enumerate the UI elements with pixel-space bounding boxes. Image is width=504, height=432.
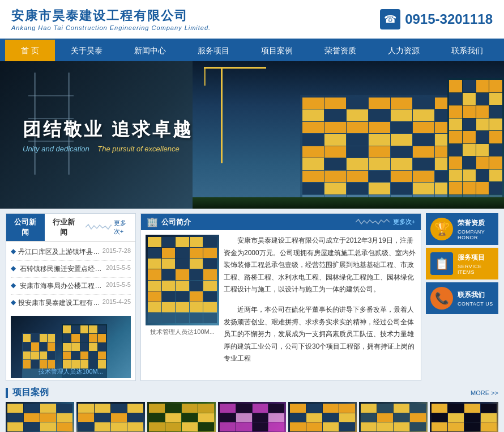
company-header-title: 公司简介 <box>161 217 191 227</box>
projects-section: 项目案例 MORE >> 工程效果图 <box>6 387 498 432</box>
news-title-2: 石转镇移民搬迁安置点经贸市场项目完工 <box>20 264 104 274</box>
hero-title-sub: Unity and dedication The pursuit of exce… <box>23 145 193 153</box>
nav-link-honor[interactable]: 荣誉资质 <box>309 40 372 61</box>
right-sidebar: 🏆 荣誉资质 COMPANY HONOR 📋 服务项目 SERVICE ITEM… <box>426 213 498 381</box>
sidebar-service-card[interactable]: 📋 服务项目 SERVICE ITEMS <box>426 248 498 279</box>
news-dot-3: ◆ <box>11 281 16 291</box>
service-text: 服务项目 SERVICE ITEMS <box>458 253 494 275</box>
news-title-1: 丹江口库区及上游镇坪县石紫河项目申州塔小 <box>18 247 102 257</box>
hero-text-area: 团结敬业 追求卓越 Unity and dedication The pursu… <box>0 106 216 164</box>
company-desc-1: 安康市昊泰建设工程有限公司成立于2012年3月19日，注册资金为2000万元。公… <box>224 235 416 296</box>
company-content: 技术管理人员达100M... 安康市昊泰建设工程有限公司成立于2012年3月19… <box>141 230 421 370</box>
nav-link-contact[interactable]: 联系我们 <box>435 40 499 61</box>
news-item-4: ◆ 投安康市昊泰建设工程有限公司官网上线 2015-4-25 <box>11 295 131 311</box>
nav-link-news[interactable]: 新闻中心 <box>118 40 182 61</box>
tab-industry-news[interactable]: 行业新闻 <box>45 214 83 241</box>
company-desc-2: 近两年，本公司在硫化平董事长的讲导下多番改革，景着人发扬顽苦创业、艰难拼搏、求求… <box>224 304 416 365</box>
nav-item-about[interactable]: 关于昊泰 <box>55 40 118 61</box>
news-building-thumb: 技术管理人员达100M... <box>11 316 131 378</box>
news-item-2: ◆ 石转镇移民搬迁安置点经贸市场项目完工 2015-5-5 <box>11 261 131 278</box>
project-thumb-7 <box>430 402 498 432</box>
nav-list: 首 页 关于昊泰 新闻中心 服务项目 项目案例 荣誉资质 人力资源 联系我们 <box>5 40 499 61</box>
tab-company-news[interactable]: 公司新闻 <box>6 214 45 241</box>
company-text-area: 安康市昊泰建设工程有限公司成立于2012年3月19日，注册资金为2000万元。公… <box>224 235 416 365</box>
nav-link-home[interactable]: 首 页 <box>5 40 55 61</box>
content-row: 公司新闻 行业新闻 更多次+ ◆ 丹江口库区及上游镇坪县石紫河项目申州塔小 20… <box>6 213 498 381</box>
nav-link-service[interactable]: 服务项目 <box>182 40 245 61</box>
project-thumb-6 <box>359 402 428 432</box>
logo-cn: 安康市昊泰建设工程有限公司 <box>11 7 211 24</box>
contact-icon: 📞 <box>430 287 453 310</box>
sidebar-honor-card[interactable]: 🏆 荣誉资质 COMPANY HONOR <box>426 213 498 245</box>
news-list: ◆ 丹江口库区及上游镇坪县石紫河项目申州塔小 2015-7-28 ◆ 石转镇移民… <box>6 242 135 314</box>
phone-icon: ☎ <box>380 9 400 29</box>
company-column: 🏢 公司简介 更多次+ <box>140 213 421 381</box>
nav-item-projects[interactable]: 项目案例 <box>245 40 309 61</box>
left-content: 公司新闻 行业新闻 更多次+ ◆ 丹江口库区及上游镇坪县石紫河项目申州塔小 20… <box>6 213 421 381</box>
honor-en: COMPANY HONOR <box>458 229 494 240</box>
project-thumb-4 <box>218 402 287 432</box>
project-item-5[interactable]: 亮化工程效果图 <box>288 402 357 432</box>
nav-item-service[interactable]: 服务项目 <box>182 40 245 61</box>
project-item-2[interactable]: 亮化工程效果图 <box>76 402 145 432</box>
project-thumb-2 <box>76 402 145 432</box>
news-date-1: 2015-7-28 <box>102 247 131 257</box>
header: 安康市昊泰建设工程有限公司 Ankang Hao Tai Constructio… <box>0 0 504 40</box>
main-content: 公司新闻 行业新闻 更多次+ ◆ 丹江口库区及上游镇坪县石紫河项目申州塔小 20… <box>0 209 504 432</box>
news-more-link[interactable]: 更多次+ <box>114 219 131 236</box>
hero-crane-pole <box>221 67 223 163</box>
main-nav: 首 页 关于昊泰 新闻中心 服务项目 项目案例 荣誉资质 人力资源 联系我们 <box>0 40 504 61</box>
projects-title-bar <box>6 388 8 398</box>
company-header: 🏢 公司简介 更多次+ <box>141 214 421 230</box>
nav-item-hr[interactable]: 人力资源 <box>372 40 435 61</box>
news-date-4: 2015-4-25 <box>102 298 131 308</box>
contact-text: 联系我们 CONTACT US <box>458 290 493 307</box>
hero-ground <box>187 197 504 209</box>
company-more-link[interactable]: 更多次+ <box>393 218 415 226</box>
news-thumb-caption: 技术管理人员达100M... <box>39 367 103 376</box>
project-item-6[interactable]: 亮化工程效果图 <box>359 402 428 432</box>
service-icon: 📋 <box>430 252 453 275</box>
news-title-4: 投安康市昊泰建设工程有限公司官网上线 <box>18 298 102 308</box>
honor-text: 荣誉资质 COMPANY HONOR <box>458 218 494 240</box>
phone-area: ☎ 0915-3201118 <box>380 9 493 29</box>
sidebar-contact-card[interactable]: 📞 联系我们 CONTACT US <box>426 282 498 314</box>
projects-title: 项目案例 <box>12 387 49 399</box>
news-column: 公司新闻 行业新闻 更多次+ ◆ 丹江口库区及上游镇坪县石紫河项目申州塔小 20… <box>6 213 136 381</box>
hero-sub1: Unity and dedication <box>23 145 89 153</box>
news-title-3: 安康市海事局办公楼工程顺利完工 <box>20 281 104 291</box>
project-item-7[interactable]: 亮化工程效果图 <box>430 402 498 432</box>
phone-number: 0915-3201118 <box>405 11 493 27</box>
project-item-4[interactable]: 亮化工程效果图 <box>218 402 287 432</box>
nav-item-news[interactable]: 新闻中心 <box>118 40 182 61</box>
hero-sub2: The pursuit of excellence <box>97 145 180 153</box>
nav-link-projects[interactable]: 项目案例 <box>245 40 309 61</box>
news-date-2: 2015-5-5 <box>106 264 131 274</box>
project-item-3[interactable]: 亮化工程效果图 <box>147 402 216 432</box>
service-en: SERVICE ITEMS <box>458 264 494 275</box>
wave-decoration <box>86 223 112 231</box>
logo-en: Ankang Hao Tai Construction Engineering … <box>11 24 211 31</box>
nav-link-about[interactable]: 关于昊泰 <box>55 40 118 61</box>
news-item-3: ◆ 安康市海事局办公楼工程顺利完工 2015-5-5 <box>11 278 131 295</box>
project-thumb-3 <box>147 402 216 432</box>
news-dot-2: ◆ <box>11 264 16 274</box>
honor-icon: 🏆 <box>430 218 453 240</box>
hero-main-building <box>300 95 459 209</box>
news-tabs-bar: 公司新闻 行业新闻 更多次+ <box>6 214 135 242</box>
company-header-right: 更多次+ <box>356 218 415 226</box>
hero-crane-line <box>204 69 206 86</box>
nav-item-contact[interactable]: 联系我们 <box>435 40 499 61</box>
projects-more-link[interactable]: MORE >> <box>471 389 498 396</box>
nav-item-home[interactable]: 首 页 <box>5 40 55 61</box>
projects-title-area: 项目案例 <box>6 387 49 399</box>
nav-link-hr[interactable]: 人力资源 <box>372 40 435 61</box>
company-header-left: 🏢 公司简介 <box>147 217 191 227</box>
news-date-3: 2015-5-5 <box>106 281 131 291</box>
nav-item-honor[interactable]: 荣誉资质 <box>309 40 372 61</box>
company-image-area: 技术管理人员达100M... <box>146 235 219 365</box>
project-item-1[interactable]: 工程效果图 <box>6 402 74 432</box>
projects-header: 项目案例 MORE >> <box>6 387 498 399</box>
hero-building-bg <box>187 61 504 209</box>
news-dot-4: ◆ <box>11 298 16 308</box>
